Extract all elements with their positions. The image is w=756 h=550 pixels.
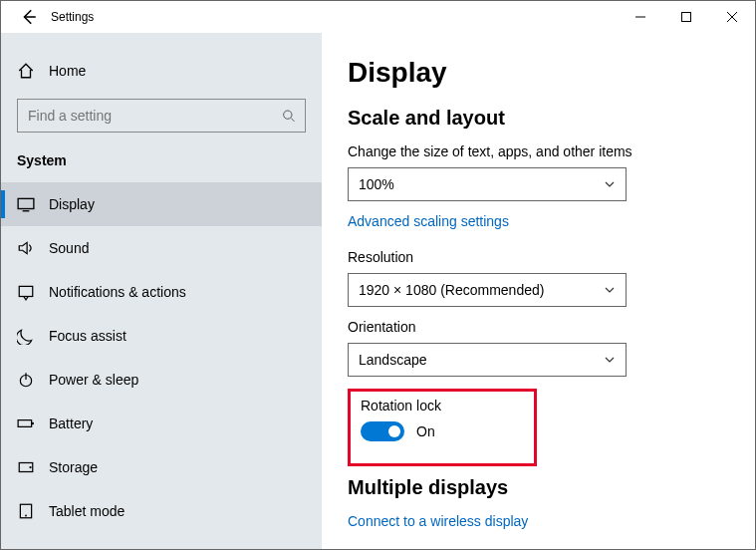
home-nav[interactable]: Home: [1, 51, 322, 91]
svg-rect-9: [19, 286, 33, 296]
arrow-left-icon: [20, 8, 38, 26]
display-icon: [17, 195, 35, 213]
category-title: System: [1, 148, 322, 182]
maximize-icon: [681, 12, 691, 22]
search-input[interactable]: [17, 99, 306, 133]
back-button[interactable]: [9, 8, 49, 26]
chevron-down-icon: [604, 284, 616, 296]
power-icon: [17, 371, 35, 389]
sidebar-item-sound[interactable]: Sound: [1, 226, 322, 270]
close-button[interactable]: [709, 1, 755, 33]
sidebar-item-display[interactable]: Display: [1, 182, 322, 226]
chevron-down-icon: [604, 178, 616, 190]
storage-icon: [17, 458, 35, 476]
home-icon: [17, 62, 35, 80]
scale-label: Change the size of text, apps, and other…: [348, 143, 755, 159]
sidebar-item-storage[interactable]: Storage: [1, 445, 322, 489]
rotation-lock-highlight: Rotation lock On: [348, 389, 537, 466]
window-title: Settings: [49, 10, 94, 24]
orientation-select[interactable]: Landscape: [348, 343, 627, 377]
minimize-icon: [635, 12, 645, 22]
sidebar-item-label: Display: [49, 196, 95, 212]
resolution-select[interactable]: 1920 × 1080 (Recommended): [348, 273, 627, 307]
home-label: Home: [49, 63, 86, 79]
svg-point-17: [25, 515, 27, 517]
page-title: Display: [348, 57, 755, 89]
rotation-lock-state: On: [416, 423, 435, 439]
svg-rect-12: [18, 420, 32, 427]
sidebar: Home System Display Sound Notifications …: [1, 33, 322, 549]
battery-icon: [17, 414, 35, 432]
sidebar-item-notifications[interactable]: Notifications & actions: [1, 270, 322, 314]
sidebar-item-label: Power & sleep: [49, 372, 138, 388]
sidebar-item-label: Focus assist: [49, 328, 126, 344]
resolution-label: Resolution: [348, 249, 755, 265]
sidebar-item-label: Battery: [49, 415, 93, 431]
svg-point-15: [29, 466, 31, 468]
section-scale-layout: Scale and layout: [348, 107, 755, 130]
sidebar-item-battery[interactable]: Battery: [1, 402, 322, 445]
svg-rect-2: [682, 13, 691, 22]
focus-assist-icon: [17, 327, 35, 345]
resolution-value: 1920 × 1080 (Recommended): [359, 282, 544, 298]
sidebar-item-label: Storage: [49, 459, 98, 475]
advanced-scaling-link[interactable]: Advanced scaling settings: [348, 213, 509, 229]
svg-rect-7: [18, 198, 34, 208]
sidebar-item-focus-assist[interactable]: Focus assist: [1, 314, 322, 358]
tablet-icon: [17, 502, 35, 520]
section-multiple-displays: Multiple displays: [348, 476, 755, 499]
rotation-lock-toggle[interactable]: [361, 421, 404, 441]
main-content: Display Scale and layout Change the size…: [322, 33, 755, 549]
svg-line-6: [291, 118, 294, 121]
sidebar-item-label: Notifications & actions: [49, 284, 186, 300]
notifications-icon: [17, 283, 35, 301]
orientation-value: Landscape: [359, 352, 427, 368]
sidebar-item-label: Sound: [49, 240, 89, 256]
maximize-button[interactable]: [663, 1, 709, 33]
scale-select[interactable]: 100%: [348, 167, 627, 201]
titlebar: Settings: [1, 1, 755, 33]
connect-wireless-link[interactable]: Connect to a wireless display: [348, 513, 528, 529]
search-field[interactable]: [28, 108, 282, 124]
scale-value: 100%: [359, 176, 394, 192]
search-icon: [282, 109, 295, 123]
orientation-label: Orientation: [348, 319, 755, 335]
sound-icon: [17, 239, 35, 257]
sidebar-item-power-sleep[interactable]: Power & sleep: [1, 358, 322, 402]
svg-rect-13: [32, 422, 34, 424]
rotation-lock-label: Rotation lock: [361, 398, 524, 413]
minimize-button[interactable]: [618, 1, 663, 33]
sidebar-item-label: Tablet mode: [49, 503, 125, 519]
sidebar-item-tablet-mode[interactable]: Tablet mode: [1, 489, 322, 533]
close-icon: [727, 12, 737, 22]
svg-point-5: [283, 111, 291, 119]
chevron-down-icon: [604, 354, 616, 366]
